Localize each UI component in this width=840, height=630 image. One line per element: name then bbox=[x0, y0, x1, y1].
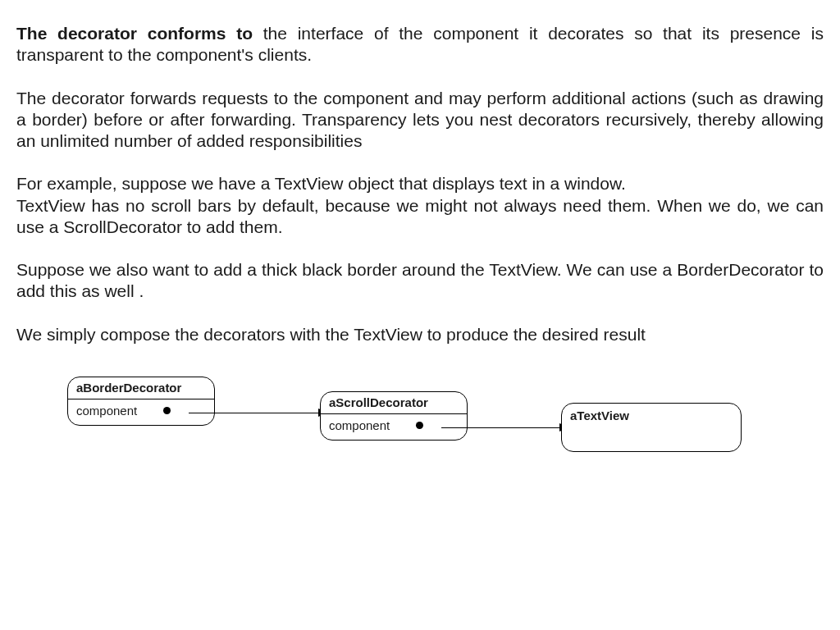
paragraph-5: We simply compose the decorators with th… bbox=[16, 324, 824, 345]
reference-dot-icon bbox=[163, 407, 171, 414]
object-box-scroll-decorator: aScrollDecorator component bbox=[320, 391, 468, 441]
object-diagram: aBorderDecorator component aScrollDecora… bbox=[57, 377, 824, 500]
paragraph-3-line2: TextView has no scroll bars by default, … bbox=[16, 196, 824, 236]
object-slot: component bbox=[68, 399, 214, 421]
object-box-border-decorator: aBorderDecorator component bbox=[67, 377, 215, 426]
object-slot-label: component bbox=[76, 404, 137, 419]
paragraph-4: Suppose we also want to add a thick blac… bbox=[16, 259, 824, 303]
object-title: aScrollDecorator bbox=[321, 392, 467, 414]
object-title: aBorderDecorator bbox=[68, 377, 214, 399]
paragraph-3-line1: For example, suppose we have a TextView … bbox=[16, 174, 626, 193]
paragraph-2: The decorator forwards requests to the c… bbox=[16, 88, 824, 153]
object-title: aTextView bbox=[562, 404, 741, 427]
arrow-line-2 bbox=[441, 427, 561, 429]
paragraph-1: The decorator conforms to the interface … bbox=[16, 23, 824, 66]
object-slot: component bbox=[321, 414, 467, 436]
paragraph-3: For example, suppose we have a TextView … bbox=[16, 173, 824, 238]
reference-dot-icon bbox=[416, 422, 423, 429]
paragraph-1-bold-lead: The decorator conforms to bbox=[16, 24, 253, 43]
arrow-line-1 bbox=[189, 413, 320, 414]
object-box-textview: aTextView bbox=[561, 403, 742, 452]
object-slot-label: component bbox=[329, 418, 390, 434]
